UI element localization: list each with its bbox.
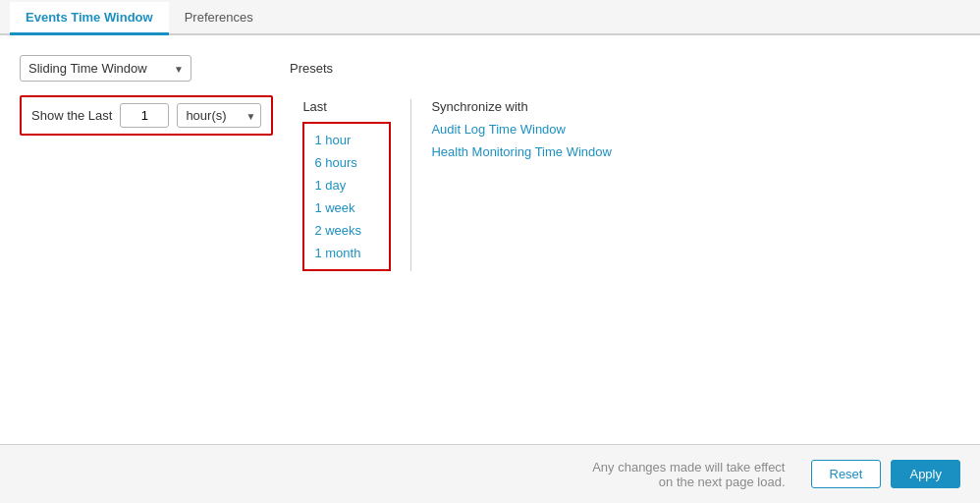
content-area: Sliding Time Window Fixed Time Window Pr… <box>0 35 980 444</box>
preset-1month[interactable]: 1 month <box>314 243 379 263</box>
show-last-label: Show the Last <box>31 108 112 123</box>
sync-column: Synchronize with Audit Log Time Window H… <box>431 99 627 271</box>
main-container: Events Time Window Preferences Sliding T… <box>0 0 980 503</box>
show-last-number-input[interactable] <box>120 103 169 128</box>
notice-text: Any changes made will take effect on the… <box>20 460 786 489</box>
notice-line1: Any changes made will take effect <box>592 460 785 475</box>
notice-line2: on the next page load. <box>659 475 786 489</box>
dropdown-row: Sliding Time Window Fixed Time Window Pr… <box>20 55 960 82</box>
sliding-time-window-select[interactable]: Sliding Time Window Fixed Time Window <box>20 55 191 82</box>
unit-select-wrapper: hour(s) day(s) week(s) month(s) <box>177 103 261 128</box>
sync-health-monitoring[interactable]: Health Monitoring Time Window <box>431 140 627 164</box>
show-last-box: Show the Last hour(s) day(s) week(s) mon… <box>20 95 273 136</box>
presets-divider <box>410 99 411 271</box>
preset-2weeks[interactable]: 2 weeks <box>314 220 379 241</box>
tab-events-time-window[interactable]: Events Time Window <box>10 2 169 35</box>
preset-1week[interactable]: 1 week <box>314 197 379 218</box>
sync-health-monitoring-wrapper: Health Monitoring Time Window <box>431 140 627 164</box>
preset-6hours[interactable]: 6 hours <box>314 152 379 173</box>
preset-1day[interactable]: 1 day <box>314 175 379 196</box>
presets-area: Last 1 hour 6 hours 1 day 1 week 2 weeks… <box>302 99 627 271</box>
preset-1hour[interactable]: 1 hour <box>314 130 379 150</box>
last-column-header: Last <box>302 99 391 114</box>
sync-audit-log[interactable]: Audit Log Time Window <box>431 119 566 140</box>
tabs-bar: Events Time Window Preferences <box>0 0 980 35</box>
presets-title-label: Presets <box>290 61 333 76</box>
tab-preferences[interactable]: Preferences <box>169 2 269 35</box>
last-column: Last 1 hour 6 hours 1 day 1 week 2 weeks… <box>302 99 391 271</box>
bottom-bar: Any changes made will take effect on the… <box>0 444 980 503</box>
unit-select[interactable]: hour(s) day(s) week(s) month(s) <box>177 103 261 128</box>
apply-button[interactable]: Apply <box>891 460 960 488</box>
sync-column-header: Synchronize with <box>431 99 627 114</box>
reset-button[interactable]: Reset <box>811 460 882 488</box>
sliding-time-window-wrapper: Sliding Time Window Fixed Time Window <box>20 55 191 82</box>
last-presets-box: 1 hour 6 hours 1 day 1 week 2 weeks 1 mo… <box>302 122 391 271</box>
